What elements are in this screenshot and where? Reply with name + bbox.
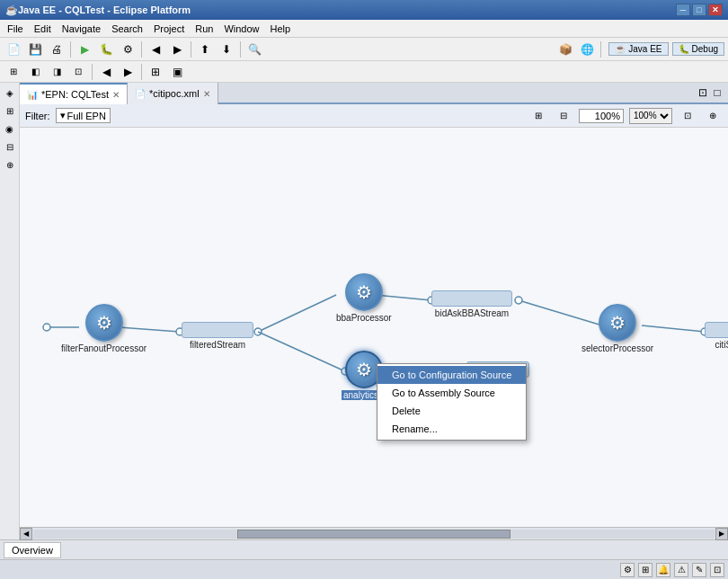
toolbar-extra1[interactable]: 📦 bbox=[555, 40, 575, 59]
sidebar-btn4[interactable]: ⊟ bbox=[2, 138, 18, 155]
main-area: ◈ ⊞ ◉ ⊟ ⊕ 📊 *EPN: CQLTest ✕ 📄 *citipoc.x… bbox=[0, 83, 728, 539]
hscroll-left[interactable]: ◀ bbox=[20, 528, 32, 540]
tb2-nav2[interactable]: ▶ bbox=[118, 62, 138, 82]
tb2-btn1[interactable]: ⊞ bbox=[4, 62, 23, 82]
hscroll-right[interactable]: ▶ bbox=[715, 528, 728, 540]
perspective-debug[interactable]: 🐛 Debug bbox=[672, 42, 724, 56]
toolbar1: 📄 💾 🖨 ▶ 🐛 ⚙ ◀ ▶ ⬆ ⬇ 🔍 📦 🌐 ☕ Java EE 🐛 De… bbox=[0, 38, 728, 61]
sidebar-btn1[interactable]: ◈ bbox=[2, 85, 18, 101]
menu-help[interactable]: Help bbox=[265, 22, 297, 36]
filter-dropdown[interactable]: ▾ Full EPN bbox=[56, 108, 111, 123]
layout-btn2[interactable]: ⊟ bbox=[554, 106, 573, 126]
menu-edit[interactable]: Edit bbox=[29, 22, 57, 36]
zoom-input[interactable]: 100% bbox=[579, 109, 624, 123]
menu-file[interactable]: File bbox=[2, 22, 29, 36]
ext-button[interactable]: ⚙ bbox=[118, 40, 138, 59]
run-button[interactable]: ▶ bbox=[75, 40, 94, 59]
minimize-button[interactable]: ─ bbox=[676, 4, 690, 16]
canvas[interactable]: ⚙ filterFanoutProcessor filteredStream ⚙… bbox=[20, 128, 728, 527]
hscroll-thumb[interactable] bbox=[237, 530, 510, 539]
window-title: Java EE - CQLTest - Eclipse Platform bbox=[18, 4, 676, 15]
editor-area: 📊 *EPN: CQLTest ✕ 📄 *citipoc.xml ✕ ⊡ □ F… bbox=[20, 83, 728, 539]
filter-label: Filter: bbox=[25, 111, 50, 121]
ctx-delete[interactable]: Delete bbox=[377, 402, 526, 420]
sidebar-btn3[interactable]: ◉ bbox=[2, 120, 18, 137]
selectorProcessor-icon: ⚙ bbox=[599, 304, 636, 342]
citiStream-pipe bbox=[705, 322, 728, 338]
new-button[interactable]: 📄 bbox=[4, 40, 23, 59]
perspective-javaee[interactable]: ☕ Java EE bbox=[608, 42, 668, 56]
filterFanout-label: filterFanoutProcessor bbox=[61, 343, 146, 353]
filteredStream-label: filteredStream bbox=[190, 340, 245, 350]
tab-overview[interactable]: Overview bbox=[4, 542, 61, 558]
layout-btn3[interactable]: ⊕ bbox=[703, 106, 723, 126]
tab-epn-close[interactable]: ✕ bbox=[112, 90, 120, 100]
sep1 bbox=[70, 41, 71, 58]
titlebar: ☕ Java EE - CQLTest - Eclipse Platform ─… bbox=[0, 0, 728, 20]
node-filterFanout[interactable]: ⚙ filterFanoutProcessor bbox=[61, 304, 146, 353]
node-selectorProcessor[interactable]: ⚙ selectorProcessor bbox=[582, 304, 653, 353]
svg-point-3 bbox=[254, 328, 262, 335]
sep7 bbox=[141, 64, 142, 80]
status-icon6: ⊡ bbox=[710, 563, 724, 577]
print-button[interactable]: 🖨 bbox=[47, 40, 67, 59]
tab-citipoc[interactable]: 📄 *citipoc.xml ✕ bbox=[128, 83, 218, 104]
zoom-select[interactable]: 100% 75% 50% 150% bbox=[629, 108, 672, 124]
close-button[interactable]: ✕ bbox=[708, 4, 723, 16]
status-icon2: ⊞ bbox=[638, 563, 653, 577]
tab-citipoc-close[interactable]: ✕ bbox=[203, 89, 210, 99]
restore-btn[interactable]: ⊡ bbox=[696, 85, 710, 100]
layout-btn1[interactable]: ⊞ bbox=[528, 106, 548, 126]
ctx-goto-assembly[interactable]: Go to Assembly Source bbox=[377, 384, 526, 402]
bbaProcessor-label: bbaProcessor bbox=[336, 313, 392, 323]
sidebar: ◈ ⊞ ◉ ⊟ ⊕ bbox=[0, 83, 20, 539]
sidebar-btn5[interactable]: ⊕ bbox=[2, 156, 18, 173]
tab-epn-cqltest[interactable]: 📊 *EPN: CQLTest ✕ bbox=[20, 83, 128, 104]
max-btn[interactable]: □ bbox=[710, 85, 724, 100]
back-button[interactable]: ◀ bbox=[146, 40, 165, 59]
fit-btn[interactable]: ⊡ bbox=[678, 106, 697, 126]
hscrollbar: ◀ ▶ bbox=[20, 527, 728, 539]
sep6 bbox=[92, 64, 93, 80]
debug-button[interactable]: 🐛 bbox=[96, 40, 116, 59]
status-icon5: ✎ bbox=[692, 563, 706, 577]
tb2-view2[interactable]: ▣ bbox=[167, 62, 187, 82]
search-icon[interactable]: 🔍 bbox=[244, 40, 264, 59]
bidAskBBA-label: bidAskBBAStream bbox=[435, 308, 509, 318]
filteredStream-pipe bbox=[182, 322, 253, 338]
menu-search[interactable]: Search bbox=[106, 22, 148, 36]
status-icon4: ⚠ bbox=[674, 563, 688, 577]
save-button[interactable]: 💾 bbox=[25, 40, 45, 59]
bbaProcessor-icon: ⚙ bbox=[345, 273, 383, 311]
node-bbaProcessor[interactable]: ⚙ bbaProcessor bbox=[336, 273, 392, 323]
menu-navigate[interactable]: Navigate bbox=[57, 22, 106, 36]
filterFanout-icon: ⚙ bbox=[85, 304, 123, 342]
fwd-button[interactable]: ▶ bbox=[167, 40, 187, 59]
tb2-btn3[interactable]: ◨ bbox=[47, 62, 67, 82]
bottom-tabs: Overview bbox=[0, 539, 728, 559]
ctx-goto-config[interactable]: Go to Configuration Source bbox=[377, 366, 526, 384]
tb2-btn2[interactable]: ◧ bbox=[25, 62, 45, 82]
maximize-button[interactable]: □ bbox=[692, 4, 706, 16]
toolbar2: ⊞ ◧ ◨ ⊡ ◀ ▶ ⊞ ▣ bbox=[0, 61, 728, 83]
ctx-rename[interactable]: Rename... bbox=[377, 420, 526, 438]
sidebar-btn2[interactable]: ⊞ bbox=[2, 102, 18, 119]
svg-line-4 bbox=[258, 332, 345, 371]
stream-bidAskBBA[interactable]: bidAskBBAStream bbox=[431, 290, 512, 318]
next-anno[interactable]: ⬇ bbox=[217, 40, 236, 59]
toolbar-extra2[interactable]: 🌐 bbox=[577, 40, 597, 59]
hscroll-track[interactable] bbox=[33, 530, 715, 539]
svg-point-9 bbox=[515, 297, 522, 304]
svg-line-2 bbox=[258, 295, 336, 332]
tb2-nav1[interactable]: ◀ bbox=[96, 62, 116, 82]
svg-point-15 bbox=[43, 324, 50, 331]
tb2-btn4[interactable]: ⊡ bbox=[68, 62, 88, 82]
menu-project[interactable]: Project bbox=[148, 22, 190, 36]
tb2-view1[interactable]: ⊞ bbox=[146, 62, 165, 82]
stream-citiStream[interactable]: citiS... bbox=[705, 322, 728, 350]
menu-run[interactable]: Run bbox=[190, 22, 218, 36]
stream-filteredStream[interactable]: filteredStream bbox=[182, 322, 253, 350]
prev-anno[interactable]: ⬆ bbox=[195, 40, 215, 59]
menu-window[interactable]: Window bbox=[218, 22, 264, 36]
filter-bar: Filter: ▾ Full EPN ⊞ ⊟ 100% 100% 75% 50%… bbox=[20, 104, 728, 128]
